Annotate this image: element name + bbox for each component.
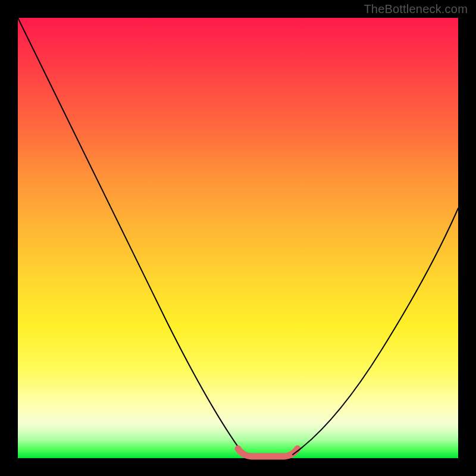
curve-overlay [18,18,458,458]
watermark-text: TheBottleneck.com [364,2,468,16]
chart-frame: TheBottleneck.com [0,0,476,476]
curve-right [293,208,458,455]
plot-area [18,18,458,458]
curve-left [18,18,243,453]
optimum-marker [238,449,298,456]
